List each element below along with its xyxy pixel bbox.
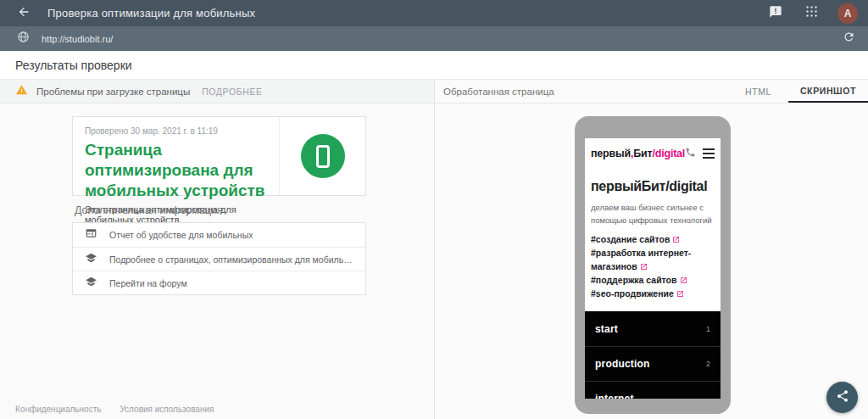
report-icon (85, 227, 97, 243)
site-heading: первыйБит/digital (591, 179, 715, 194)
avatar[interactable]: A (837, 3, 858, 24)
content-area: Проблемы при загрузке страницы ПОДРОБНЕЕ… (0, 80, 868, 419)
url-input[interactable]: http://studiobit.ru/ (42, 34, 113, 44)
rendered-page-panel: Обработанная страница HTML СКРИНШОТ перв… (435, 80, 868, 419)
issues-details-link[interactable]: ПОДРОБНЕЕ (202, 87, 262, 97)
feedback-icon (769, 5, 782, 22)
verdict-badge (279, 117, 365, 195)
phone-mockup: первый,Бит/digital первыйБит/digital дел… (575, 116, 731, 414)
share-icon (836, 389, 849, 406)
additional-info-card: Отчет об удобстве для мобильных Подробне… (72, 222, 366, 295)
hashtag-link: #разработка интернет-магазинов (591, 246, 715, 273)
hashtag-link: #seo-продвижение (591, 287, 715, 300)
external-link-icon (680, 277, 687, 284)
external-link-icon (676, 290, 684, 298)
results-header: Результаты проверки (0, 51, 868, 80)
terms-link[interactable]: Условия использования (120, 405, 214, 414)
external-link-icon (672, 236, 680, 243)
site-tagline: делаем ваш бизнес сильнее с помощью цифр… (591, 201, 715, 226)
forum-link[interactable]: Перейти на форум (73, 271, 365, 294)
url-bar: http://studiobit.ru/ (0, 26, 868, 51)
site-hashtags: #создание сайтов #разработка интернет-ма… (591, 232, 715, 300)
globe-icon (17, 31, 30, 47)
issues-label: Проблемы при загрузке страницы (36, 87, 190, 97)
tab-screenshot[interactable]: СКРИНШОТ (788, 80, 868, 103)
load-issues-bar: Проблемы при загрузке страницы ПОДРОБНЕЕ (0, 80, 434, 103)
tab-html[interactable]: HTML (728, 80, 788, 103)
mobile-friendly-test-app: Проверка оптимизации для мобильных A (0, 0, 868, 419)
share-button[interactable] (826, 382, 858, 413)
feedback-button[interactable] (766, 4, 785, 23)
view-tabs: HTML СКРИНШОТ (728, 80, 868, 103)
apps-grid-button[interactable] (802, 4, 821, 23)
site-header: первый,Бит/digital (585, 138, 721, 161)
rendered-page-header: Обработанная страница HTML СКРИНШОТ (435, 80, 868, 103)
refresh-icon (843, 31, 855, 47)
page-title: Проверка оптимизации для мобильных (47, 7, 255, 20)
checked-timestamp: Проверено 30 мар. 2021 г. в 11:19 (85, 126, 267, 136)
footer: Конфиденциальность Условия использования (15, 405, 214, 414)
info-row-label: Отчет об удобстве для мобильных (109, 230, 253, 240)
site-menu: start 1 production 2 internet (585, 311, 721, 399)
menu-item-production: production 2 (585, 346, 721, 381)
menu-item-start: start 1 (585, 311, 721, 346)
verdict-title: Страница оптимизирована для мобильных ус… (85, 140, 267, 201)
additional-info-title: Дополнительная информация (75, 204, 223, 216)
rendered-page-title: Обработанная страница (443, 87, 554, 97)
back-button[interactable] (15, 5, 32, 22)
mobile-usability-report-link[interactable]: Отчет об удобстве для мобильных (73, 223, 365, 247)
external-link-icon (640, 263, 648, 271)
menu-icon (703, 148, 715, 159)
refresh-button[interactable] (839, 30, 858, 48)
call-icon (685, 146, 696, 161)
info-row-label: Перейти на форум (109, 278, 187, 288)
results-title: Результаты проверки (15, 59, 132, 72)
school-icon (85, 252, 97, 267)
menu-item-internet: internet (585, 381, 721, 399)
verdict-card: Проверено 30 мар. 2021 г. в 11:19 Страни… (72, 116, 366, 196)
apps-grid-icon (805, 5, 818, 21)
phone-screenshot: первый,Бит/digital первыйБит/digital дел… (585, 138, 721, 399)
privacy-link[interactable]: Конфиденциальность (15, 405, 101, 414)
back-arrow-icon (17, 5, 31, 22)
info-row-label: Подробнее о страницах, оптимизированных … (109, 254, 353, 265)
hashtag-link: #поддержка сайтов (591, 273, 715, 287)
mobile-friendly-badge-icon (301, 134, 345, 178)
school-icon (85, 276, 97, 291)
warning-icon (15, 84, 28, 99)
results-panel: Проблемы при загрузке страницы ПОДРОБНЕЕ… (0, 80, 434, 419)
mobile-friendly-docs-link[interactable]: Подробнее о страницах, оптимизированных … (73, 247, 365, 271)
top-app-bar: Проверка оптимизации для мобильных A (0, 0, 868, 26)
site-logo: первый,Бит/digital (591, 148, 685, 159)
hashtag-link: #создание сайтов (591, 232, 715, 246)
